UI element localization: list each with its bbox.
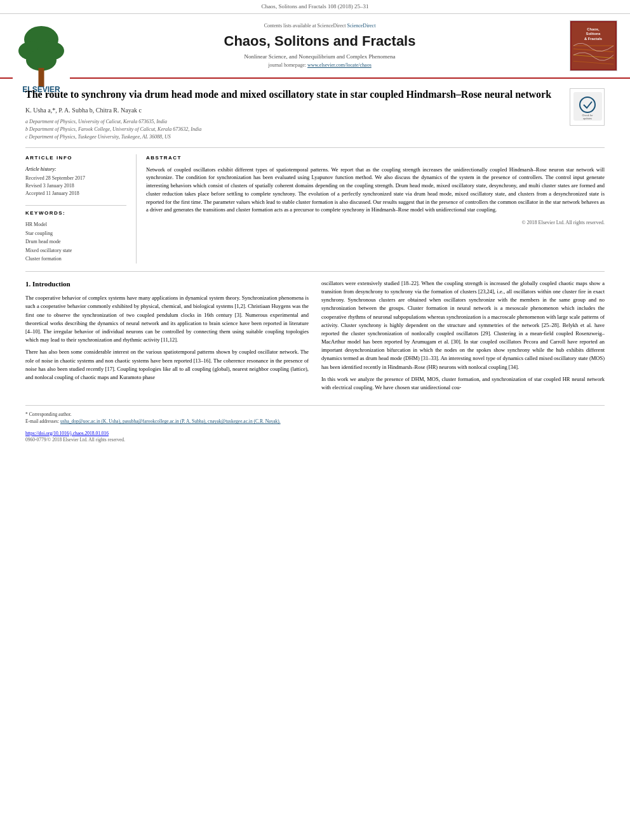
homepage-url[interactable]: www.elsevier.com/locate/chaos (307, 62, 372, 68)
journal-title: Chaos, Solitons and Fractals (76, 32, 563, 51)
contents-line: Contents lists available at ScienceDirec… (76, 22, 563, 29)
journal-center-info: Contents lists available at ScienceDirec… (76, 22, 563, 69)
abstract-heading: ABSTRACT (146, 154, 605, 161)
journal-logo-right: Chaos, Solitons & Fractals (570, 20, 617, 71)
doi-section: https://doi.org/10.1016/j.chaos.2018.01.… (25, 430, 605, 444)
keywords-heading: Keywords: (25, 210, 126, 217)
intro-para-1: The cooperative behavior of complex syst… (25, 294, 309, 344)
article-history: Article history: Received 28 September 2… (25, 166, 126, 197)
keyword-5: Cluster formation (25, 255, 126, 263)
history-dates: Received 28 September 2017 Revised 3 Jan… (25, 175, 126, 197)
article-info: ARTICLE INFO Article history: Received 2… (25, 154, 137, 263)
article-info-heading: ARTICLE INFO (25, 154, 126, 161)
svg-text:Chaos,: Chaos, (587, 27, 600, 30)
badge-box: Check for updates (570, 88, 605, 126)
keywords-section: Keywords: HR Model Star coupling Drum he… (25, 205, 126, 263)
keyword-1: HR Model (25, 220, 126, 229)
email-links[interactable]: usha_dop@uoc.ac.in (K. Usha), pasubha@fa… (60, 418, 281, 424)
top-bar: Chaos, Solitons and Fractals 108 (2018) … (0, 0, 630, 14)
intro-right-para-1: oscillators were extensively studied [18… (321, 279, 605, 371)
affiliation-c: c Department of Physics, Tuskegee Univer… (25, 133, 560, 141)
email-addresses-note: E-mail addresses: usha_dop@uoc.ac.in (K.… (25, 418, 605, 425)
journal-subtitle: Nonlinear Science, and Nonequilibrium an… (76, 53, 563, 61)
article-body: ARTICLE INFO Article history: Received 2… (25, 154, 605, 263)
footnote-section: * Corresponding author. E-mail addresses… (25, 405, 605, 425)
affiliation-a: a Department of Physics, University of C… (25, 118, 560, 126)
journal-homepage: journal homepage: www.elsevier.com/locat… (76, 62, 563, 69)
journal-cover-image: Chaos, Solitons & Fractals (570, 21, 617, 70)
svg-text:& Fractals: & Fractals (584, 37, 602, 41)
copyright-line: © 2018 Elsevier Ltd. All rights reserved… (146, 219, 605, 226)
issn-text: 0960-0779/© 2018 Elsevier Ltd. All right… (25, 437, 605, 444)
intro-col-left: 1. Introduction The cooperative behavior… (25, 279, 309, 396)
article-title-section: The route to synchrony via drum head mod… (25, 88, 605, 149)
keyword-3: Drum head mode (25, 237, 126, 246)
check-updates-icon: Check for updates (573, 92, 602, 121)
sciencedirect-link[interactable]: ScienceDirect (347, 23, 375, 29)
journal-header: ELSEVIER Contents lists available at Sci… (0, 14, 630, 79)
received-date: Received 28 September 2017 (25, 175, 126, 182)
check-updates-badge: Check for updates (570, 88, 605, 142)
affiliation-b: b Department of Physics, Farook College,… (25, 126, 560, 133)
revised-date: Revised 3 January 2018 (25, 182, 126, 190)
journal-citation: Chaos, Solitons and Fractals 108 (2018) … (261, 3, 368, 10)
intro-right-para-2: In this work we analyze the presence of … (321, 375, 605, 392)
article-title: The route to synchrony via drum head mod… (25, 88, 560, 102)
elsevier-tree-icon: ELSEVIER (13, 20, 70, 97)
authors-line: K. Usha a,*, P. A. Subha b, Chitra R. Na… (25, 106, 560, 115)
elsevier-logo-left: ELSEVIER (13, 20, 70, 71)
svg-text:updates: updates (583, 117, 592, 120)
svg-point-4 (26, 50, 57, 70)
abstract-section: ABSTRACT Network of coupled oscillators … (137, 154, 605, 263)
divider-1 (25, 271, 605, 272)
keyword-4: Mixed oscillatory state (25, 246, 126, 255)
corresponding-author-note: * Corresponding author. (25, 411, 605, 418)
introduction-section: 1. Introduction The cooperative behavior… (25, 279, 605, 396)
history-title: Article history: (25, 166, 126, 173)
doi-url[interactable]: https://doi.org/10.1016/j.chaos.2018.01.… (25, 430, 605, 437)
main-content: The route to synchrony via drum head mod… (0, 79, 630, 453)
section-1-title: 1. Introduction (25, 279, 309, 289)
article-title-text: The route to synchrony via drum head mod… (25, 88, 560, 142)
intro-para-2: There has also been some considerable in… (25, 348, 309, 382)
keyword-list: HR Model Star coupling Drum head mode Mi… (25, 220, 126, 263)
intro-col-right: oscillators were extensively studied [18… (321, 279, 605, 396)
svg-text:Solitons: Solitons (586, 32, 601, 36)
author-affiliations: a Department of Physics, University of C… (25, 118, 560, 141)
accepted-date: Accepted 11 January 2018 (25, 190, 126, 197)
keyword-2: Star coupling (25, 229, 126, 238)
abstract-text: Network of coupled oscillators exhibit d… (146, 166, 605, 215)
